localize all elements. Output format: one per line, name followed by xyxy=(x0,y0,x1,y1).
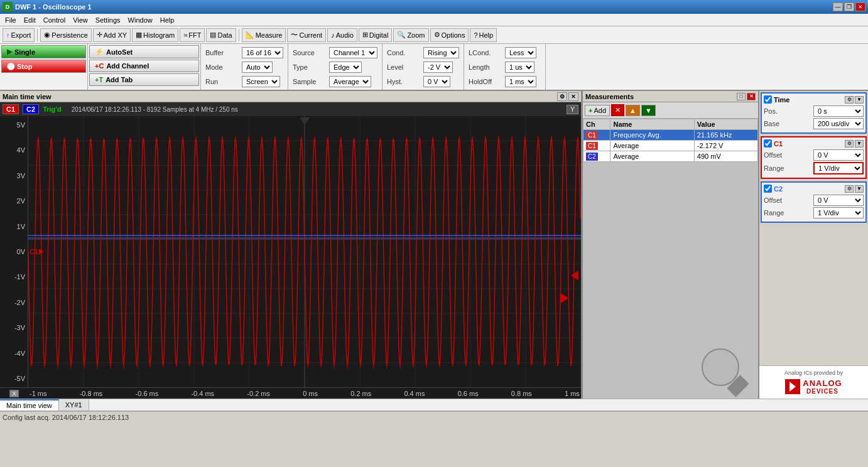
ch1-marker-label: C1 xyxy=(30,248,38,255)
measurements-title: Measurements xyxy=(585,93,634,100)
level-select[interactable]: -2 V xyxy=(423,62,453,73)
cond-select[interactable]: Rising xyxy=(423,47,459,58)
delete-measurement-button[interactable]: ✕ xyxy=(611,104,624,116)
tab-main-label: Main time view xyxy=(6,402,52,409)
table-row[interactable]: C1 Frequency Avg. 21.165 kHz xyxy=(583,130,758,141)
length-select[interactable]: 1 us xyxy=(505,62,534,73)
stop-button[interactable]: ⬤ Stop xyxy=(1,60,86,73)
data-button[interactable]: ▤ Data xyxy=(206,28,236,42)
sample-select[interactable]: Average xyxy=(329,76,371,87)
menu-bar: File Edit Control View Settings Window H… xyxy=(0,14,868,26)
plot-main[interactable]: C1 xyxy=(28,116,581,387)
audio-button[interactable]: ♪ Audio xyxy=(327,28,357,42)
c2-range-select[interactable]: 1 V/div xyxy=(813,207,864,218)
persistence-button[interactable]: ◉ Persistence xyxy=(40,28,91,42)
table-row[interactable]: C2 Average 490 mV xyxy=(583,151,758,162)
c1-offset-select[interactable]: 0 V xyxy=(813,149,864,161)
zoom-label: Zoom xyxy=(407,31,425,39)
add-tab-label: Add Tab xyxy=(106,76,133,83)
single-button[interactable]: ▶ Single xyxy=(1,45,86,58)
meas-expand-icon[interactable]: □ xyxy=(737,93,746,100)
meas-close-icon[interactable]: ✕ xyxy=(747,93,756,100)
maximize-button[interactable]: ❐ xyxy=(844,3,854,11)
menu-help[interactable]: Help xyxy=(156,15,178,25)
down-icon: ▼ xyxy=(645,107,652,114)
y-axis-button[interactable]: Y xyxy=(567,105,578,114)
osc-settings-icon[interactable]: ⚙ xyxy=(557,92,567,101)
options-button[interactable]: ⚙ Options xyxy=(430,28,469,42)
help-toolbar-button[interactable]: ? Help xyxy=(470,28,497,42)
c1-checkbox[interactable] xyxy=(764,139,772,148)
data-icon: ▤ xyxy=(210,31,216,39)
holdoff-select[interactable]: 1 ms xyxy=(505,76,536,87)
autoset-button[interactable]: ⚡ AutoSet xyxy=(89,45,199,58)
menu-file[interactable]: File xyxy=(1,15,20,25)
menu-window[interactable]: Window xyxy=(124,15,156,25)
time-pos-select[interactable]: 0 s xyxy=(813,105,864,117)
cond-row: Cond. Rising xyxy=(385,46,461,59)
zoom-button[interactable]: 🔍 Zoom xyxy=(393,28,428,42)
window-title: DWF 1 - Oscilloscope 1 xyxy=(15,3,92,11)
oscilloscope-panel: Main time view ⚙ ✕ C1 C2 Trig'd 2014/06/… xyxy=(0,91,582,399)
move-down-button[interactable]: ▼ xyxy=(641,105,656,116)
add-xy-label: Add XY xyxy=(104,31,127,39)
menu-edit[interactable]: Edit xyxy=(20,15,40,25)
export-button[interactable]: ↑ Export xyxy=(3,28,35,42)
add-channel-button[interactable]: +C Add Channel xyxy=(89,60,199,72)
type-select[interactable]: Edge xyxy=(329,62,362,73)
time-checkbox[interactable] xyxy=(764,95,772,104)
add-xy-button[interactable]: ✛ Add XY xyxy=(93,28,131,42)
tab-main-time-view[interactable]: Main time view xyxy=(0,399,59,411)
menu-control[interactable]: Control xyxy=(40,15,69,25)
options-label: Options xyxy=(442,31,465,39)
audio-icon: ♪ xyxy=(331,31,335,39)
help-icon: ? xyxy=(474,31,477,39)
digital-button[interactable]: ⊞ Digital xyxy=(359,28,393,42)
close-button[interactable]: ✕ xyxy=(855,3,865,11)
x-axis-button[interactable]: X xyxy=(9,390,18,397)
histogram-button[interactable]: ▦ Histogram xyxy=(132,28,178,42)
mode-select[interactable]: Auto xyxy=(242,62,273,73)
source-select[interactable]: Channel 1 xyxy=(329,47,377,58)
meas-header-row: Ch Name Value xyxy=(583,119,758,130)
osc-close-icon[interactable]: ✕ xyxy=(568,92,578,101)
c2-offset-select[interactable]: 0 V xyxy=(813,195,864,206)
ch2-badge[interactable]: C2 xyxy=(23,104,39,114)
time-expand-icon[interactable]: ▼ xyxy=(855,96,864,104)
run-select[interactable]: Screen xyxy=(242,76,280,87)
c2-settings-icon[interactable]: ⚙ xyxy=(845,185,854,193)
tab-xy1[interactable]: XY#1 xyxy=(59,399,89,411)
fft-button[interactable]: ≈ FFT xyxy=(180,28,205,42)
menu-settings[interactable]: Settings xyxy=(92,15,124,25)
plot-with-yaxis: 5V 4V 3V 2V 1V 0V -1V -2V -3V -4V -5V xyxy=(0,116,581,387)
c1-settings-icon[interactable]: ⚙ xyxy=(845,140,854,148)
right-panel: Time ⚙ ▼ Pos. 0 s Base 200 us/div xyxy=(758,91,868,399)
x-label-08ms: 0.8 ms xyxy=(511,390,532,397)
minimize-button[interactable]: — xyxy=(833,3,843,11)
hyst-select[interactable]: 0 V xyxy=(423,76,450,87)
time-settings-icon[interactable]: ⚙ xyxy=(845,96,854,104)
y-label-n2v: -2V xyxy=(14,299,25,306)
measure-button[interactable]: 📐 Measure xyxy=(242,28,286,42)
lcond-select[interactable]: Less xyxy=(505,47,536,58)
add-measurement-button[interactable]: + Add xyxy=(585,105,610,116)
c1-expand-icon[interactable]: ▼ xyxy=(855,140,864,148)
table-row[interactable]: C1 Average -2.172 V xyxy=(583,141,758,151)
menu-view[interactable]: View xyxy=(69,15,92,25)
digital-label: Digital xyxy=(369,31,389,39)
c2-expand-icon[interactable]: ▼ xyxy=(855,185,864,193)
add-channel-label: Add Channel xyxy=(106,62,149,70)
c1-range-select[interactable]: 1 V/div xyxy=(813,162,864,174)
run-key: Run xyxy=(205,78,240,85)
add-tab-button[interactable]: +T Add Tab xyxy=(89,73,199,86)
buffer-select[interactable]: 16 of 16 xyxy=(242,47,283,58)
move-up-button[interactable]: ▲ xyxy=(626,105,640,116)
ch1-marker-arrow xyxy=(39,249,44,255)
meas-col-name: Name xyxy=(610,119,694,130)
source-key: Source xyxy=(293,49,327,56)
length-key: Length xyxy=(469,63,503,71)
time-base-select[interactable]: 200 us/div xyxy=(813,118,864,129)
current-button[interactable]: 〜 Current xyxy=(287,28,326,42)
c2-checkbox[interactable] xyxy=(764,185,772,193)
ch1-badge[interactable]: C1 xyxy=(3,104,19,114)
